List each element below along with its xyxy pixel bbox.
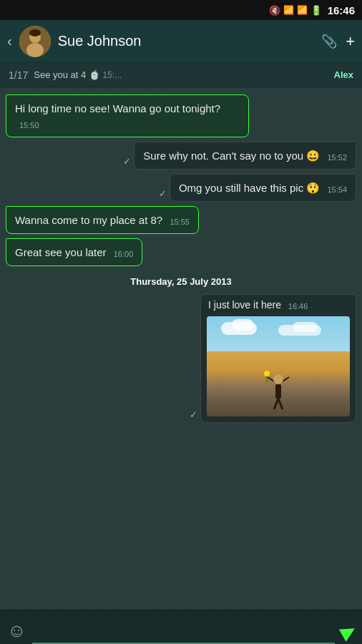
- message-text: Wanna come to my place at 8?: [15, 214, 162, 226]
- signal-icon: 📶: [297, 5, 308, 15]
- header-actions: 📎 +: [321, 32, 355, 51]
- mute-icon: 🔇: [269, 5, 280, 16]
- message-row: ✓ Sure why not. Can't say no to you 😀 15…: [6, 142, 356, 170]
- message-image[interactable]: [207, 316, 350, 416]
- message-row: Wanna come to my place at 8? 15:55: [6, 206, 356, 234]
- message-time: 16:46: [288, 302, 308, 311]
- message-text: Sure why not. Can't say no to you 😀: [143, 150, 320, 162]
- message-time: 15:50: [19, 121, 39, 130]
- contact-name[interactable]: Sue Johnson: [58, 33, 314, 49]
- svg-point-2: [26, 43, 44, 57]
- avatar-image: [19, 26, 51, 57]
- battery-icon: 🔋: [310, 5, 322, 16]
- message-time: 15:52: [327, 153, 347, 162]
- svg-rect-6: [275, 384, 281, 399]
- send-button[interactable]: ▶: [336, 618, 360, 644]
- input-area: ☺ ▶: [0, 610, 362, 644]
- attach-icon[interactable]: 📎: [321, 34, 337, 49]
- message-text: Great see you later: [15, 246, 107, 258]
- wifi-icon: 📶: [283, 5, 294, 15]
- search-sender-name: Alex: [334, 69, 353, 80]
- svg-point-7: [273, 374, 283, 384]
- back-button[interactable]: ‹: [7, 33, 12, 49]
- emoji-button[interactable]: ☺: [7, 620, 26, 642]
- status-bar: 🔇 📶 📶 🔋 16:46: [0, 0, 362, 20]
- message-search-bar: 1/17 See you at 4 🍵 15:... Alex: [0, 63, 362, 87]
- message-text: Hi long time no see! Wanna go out tonigh…: [15, 102, 220, 114]
- received-bubble: Wanna come to my place at 8? 15:55: [6, 206, 199, 234]
- image-message-text: I just love it here 16:46: [201, 295, 356, 313]
- message-input-container: [32, 618, 335, 644]
- message-text: Omg you still have this pic 😲: [179, 182, 320, 194]
- message-time: 15:54: [327, 185, 347, 194]
- status-icons: 🔇 📶 📶 🔋 16:46: [269, 4, 355, 16]
- svg-point-10: [264, 371, 270, 376]
- check-icon: ✓: [123, 156, 131, 167]
- person-in-image: [264, 359, 293, 409]
- message-row: ✓ I just love it here 16:46: [6, 294, 356, 423]
- add-icon[interactable]: +: [346, 32, 355, 51]
- sent-bubble: Sure why not. Can't say no to you 😀 15:5…: [134, 142, 356, 170]
- chat-header: ‹ Sue Johnson 📎 +: [0, 20, 362, 63]
- svg-point-3: [29, 29, 41, 36]
- message-row: Great see you later 16:00: [6, 238, 356, 266]
- message-time: 15:55: [170, 218, 190, 226]
- svg-line-9: [278, 399, 283, 409]
- image-bubble: I just love it here 16:46: [200, 294, 356, 423]
- search-preview-text: See you at 4 🍵 15:...: [34, 69, 328, 80]
- search-pagination: 1/17: [9, 69, 28, 81]
- avatar[interactable]: [19, 26, 51, 57]
- svg-line-8: [274, 399, 278, 409]
- sent-bubble: Omg you still have this pic 😲 15:54: [170, 174, 356, 202]
- received-bubble: Hi long time no see! Wanna go out tonigh…: [6, 94, 249, 137]
- received-bubble: Great see you later 16:00: [6, 238, 142, 266]
- chat-area: Hi long time no see! Wanna go out tonigh…: [0, 87, 362, 610]
- message-row: ✓ Omg you still have this pic 😲 15:54: [6, 174, 356, 202]
- date-divider: Thursday, 25 July 2013: [6, 276, 356, 287]
- message-input[interactable]: [32, 624, 335, 636]
- message-row: Hi long time no see! Wanna go out tonigh…: [6, 94, 356, 137]
- clock: 16:46: [328, 4, 355, 16]
- message-time: 16:00: [114, 250, 134, 258]
- check-icon: ✓: [159, 188, 167, 199]
- check-icon: ✓: [190, 409, 197, 420]
